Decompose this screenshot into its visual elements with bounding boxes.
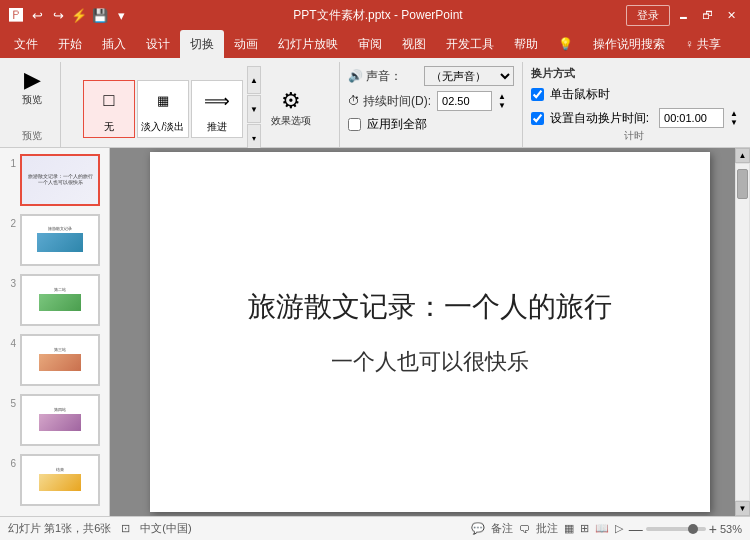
auto-switch-row: 设置自动换片时间: ▲▼ [531,108,738,128]
main-area: 1 旅游散文记录：一个人的旅行一个人也可以很快乐 2 旅游散文记录 3 第 [0,148,750,516]
zoom-minus-button[interactable]: — [629,521,643,537]
preview-button[interactable]: ▶ 预览 [12,66,52,110]
push-icon: ⟹ [204,81,230,120]
undo-icon[interactable]: ↩ [28,8,46,23]
status-right: 💬 备注 🗨 批注 ▦ ⊞ 📖 ▷ — + 53% [471,521,742,537]
switch-content: 换片方式 单击鼠标时 设置自动换片时间: ▲▼ [531,62,738,129]
thumb4-img [39,354,81,371]
slide-subtitle: 一个人也可以很快乐 [311,337,549,387]
single-click-checkbox[interactable] [531,88,544,101]
thumb3-img [39,294,81,311]
tab-view[interactable]: 视图 [392,30,436,58]
thumb5-img [39,414,81,431]
preview-group-label: 预览 [12,129,52,147]
login-button[interactable]: 登录 [626,5,670,26]
close-button[interactable]: ✕ [720,4,742,26]
slide-item-2[interactable]: 2 旅游散文记录 [4,212,105,268]
duration-icon: ⏱ 持续时间(D): [348,93,431,110]
tab-search[interactable]: 操作说明搜索 [583,30,675,58]
auto-switch-label: 设置自动换片时间: [550,110,649,127]
tab-lightbulb[interactable]: 💡 [548,30,583,58]
effects-scroll-down[interactable]: ▼ [247,95,261,123]
view-slide-sorter-icon[interactable]: ⊞ [580,522,589,535]
auto-save-icon[interactable]: ⚡ [70,8,88,23]
zoom-slider[interactable] [646,527,706,531]
tab-developer[interactable]: 开发工具 [436,30,504,58]
none-icon: □ [103,81,114,120]
thumb2-img [37,233,83,252]
slide-item-1[interactable]: 1 旅游散文记录：一个人的旅行一个人也可以很快乐 [4,152,105,208]
tab-slideshow[interactable]: 幻灯片放映 [268,30,348,58]
effect-fade[interactable]: ▦ 淡入/淡出 [137,80,189,138]
slide-canvas-area: 旅游散文记录：一个人的旅行 一个人也可以很快乐 ▲ ▼ [110,148,750,516]
slide-thumb-1: 旅游散文记录：一个人的旅行一个人也可以很快乐 [20,154,100,206]
tab-help[interactable]: 帮助 [504,30,548,58]
auto-switch-spinner[interactable]: ▲▼ [730,109,738,127]
tab-animations[interactable]: 动画 [224,30,268,58]
sound-select[interactable]: （无声音） [424,66,514,86]
scroll-up-arrow[interactable]: ▲ [735,148,750,163]
timing-content: 🔊 声音： （无声音） ⏱ 持续时间(D): ▲▼ 应用到全部 [348,62,514,133]
quick-access-toolbar: ↩ ↪ ⚡ 💾 ▾ [28,8,130,23]
slide-thumb-5: 第四站 [20,394,100,446]
auto-switch-input[interactable] [659,108,724,128]
canvas-scrollbar: ▲ ▼ [735,148,750,516]
preview-icon: ▶ [24,69,41,91]
scroll-down-arrow[interactable]: ▼ [735,501,750,516]
slide-item-6[interactable]: 6 结束 [4,452,105,508]
apply-all-checkbox[interactable] [348,118,361,131]
view-normal-icon[interactable]: ▦ [564,522,574,535]
effect-options-icon: ⚙ [281,90,301,112]
thumb6-img [39,474,81,491]
slide-thumb-2: 旅游散文记录 [20,214,100,266]
apply-all-row: 应用到全部 [348,116,427,133]
tab-share[interactable]: ♀ 共享 [675,30,731,58]
slide-thumb-4: 第三站 [20,334,100,386]
tab-file[interactable]: 文件 [4,30,48,58]
duration-spinner-up[interactable]: ▲▼ [498,92,506,110]
tab-review[interactable]: 审阅 [348,30,392,58]
slide-item-3[interactable]: 3 第二站 [4,272,105,328]
tab-home[interactable]: 开始 [48,30,92,58]
app-icon: 🅿 [8,7,24,23]
sound-row: 🔊 声音： （无声音） [348,66,514,86]
tab-insert[interactable]: 插入 [92,30,136,58]
scroll-track [736,164,749,500]
save-icon[interactable]: 💾 [91,8,109,23]
accessibility-icon[interactable]: ⊡ [121,522,130,535]
effects-scroll-up[interactable]: ▲ [247,66,261,94]
dropdown-icon[interactable]: ▾ [112,8,130,23]
status-bar: 幻灯片 第1张，共6张 ⊡ 中文(中国) 💬 备注 🗨 批注 ▦ ⊞ 📖 ▷ —… [0,516,750,540]
slide-item-4[interactable]: 4 第三站 [4,332,105,388]
slide-item-5[interactable]: 5 第四站 [4,392,105,448]
slide-num-2: 2 [6,214,16,229]
duration-row: ⏱ 持续时间(D): ▲▼ [348,91,506,111]
preview-content: ▶ 预览 [12,62,52,129]
ribbon-group-switch: 换片方式 单击鼠标时 设置自动换片时间: ▲▼ 计时 [523,62,746,147]
restore-button[interactable]: 🗗 [696,4,718,26]
sound-icon: 🔊 声音： [348,68,418,85]
comments-icon[interactable]: 🗨 [519,523,530,535]
redo-icon[interactable]: ↪ [49,8,67,23]
push-label: 推进 [207,120,227,134]
tab-design[interactable]: 设计 [136,30,180,58]
effect-none[interactable]: □ 无 [83,80,135,138]
effect-options-button[interactable]: ⚙ 效果选项 [265,87,317,131]
zoom-slider-thumb[interactable] [688,524,698,534]
comments-label[interactable]: 批注 [536,521,558,536]
minimize-button[interactable]: 🗕 [672,4,694,26]
effect-push[interactable]: ⟹ 推进 [191,80,243,138]
view-presenter-icon[interactable]: ▷ [615,522,623,535]
duration-input[interactable] [437,91,492,111]
tab-transitions[interactable]: 切换 [180,30,224,58]
none-label: 无 [104,120,114,134]
timing-group-label: 计时 [531,129,738,147]
view-reading-icon[interactable]: 📖 [595,522,609,535]
zoom-plus-button[interactable]: + [709,521,717,537]
notes-icon[interactable]: 💬 [471,522,485,535]
auto-switch-checkbox[interactable] [531,112,544,125]
scroll-thumb[interactable] [737,169,748,199]
status-left: 幻灯片 第1张，共6张 ⊡ 中文(中国) [8,521,192,536]
notes-label[interactable]: 备注 [491,521,513,536]
title-bar-left: 🅿 ↩ ↪ ⚡ 💾 ▾ [8,7,130,23]
